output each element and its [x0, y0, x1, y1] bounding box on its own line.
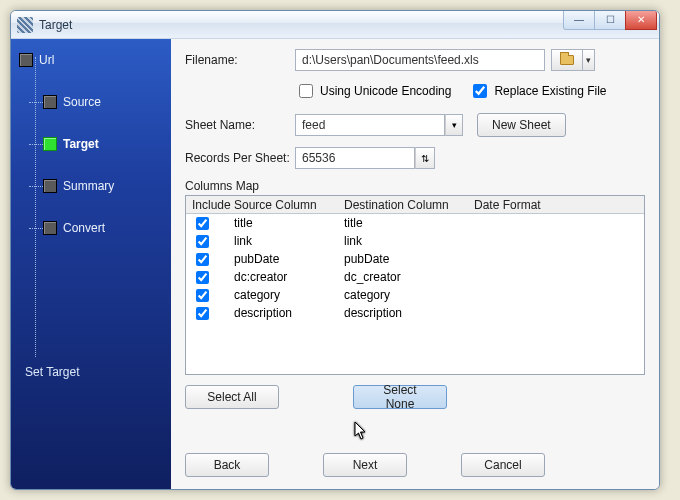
- step-box-icon: [43, 137, 57, 151]
- browse-dropdown[interactable]: ▾: [583, 49, 595, 71]
- sidebar-item-summary[interactable]: Summary: [19, 177, 171, 195]
- table-row[interactable]: categorycategory: [186, 286, 644, 304]
- tree-hline: [29, 228, 43, 229]
- folder-icon: [560, 55, 574, 65]
- records-input[interactable]: [295, 147, 415, 169]
- cell-source: category: [234, 288, 344, 302]
- table-row[interactable]: dc:creatordc_creator: [186, 268, 644, 286]
- col-header-source[interactable]: Source Column: [234, 198, 344, 212]
- table-row[interactable]: linklink: [186, 232, 644, 250]
- sidebar-item-convert[interactable]: Convert: [19, 219, 171, 237]
- col-header-destination[interactable]: Destination Column: [344, 198, 474, 212]
- replace-checkbox[interactable]: Replace Existing File: [469, 81, 606, 101]
- replace-checkbox-label: Replace Existing File: [494, 84, 606, 98]
- cell-source: description: [234, 306, 344, 320]
- columns-grid[interactable]: Include Source Column Destination Column…: [185, 195, 645, 375]
- table-row[interactable]: pubDatepubDate: [186, 250, 644, 268]
- tree-hline: [29, 102, 43, 103]
- cell-source: link: [234, 234, 344, 248]
- browse-button[interactable]: [551, 49, 583, 71]
- cell-destination: pubDate: [344, 252, 474, 266]
- table-row[interactable]: titletitle: [186, 214, 644, 232]
- sidebar-status: Set Target: [25, 365, 79, 379]
- cell-destination: title: [344, 216, 474, 230]
- wizard-sidebar: Url Source Target Summary Convert: [11, 39, 171, 489]
- cancel-button[interactable]: Cancel: [461, 453, 545, 477]
- cell-destination: category: [344, 288, 474, 302]
- close-button[interactable]: ✕: [625, 10, 657, 30]
- sheetname-label: Sheet Name:: [185, 118, 295, 132]
- include-checkbox[interactable]: [196, 307, 209, 320]
- records-label: Records Per Sheet:: [185, 151, 295, 165]
- include-checkbox[interactable]: [196, 271, 209, 284]
- tree-hline: [29, 144, 43, 145]
- cell-source: dc:creator: [234, 270, 344, 284]
- replace-checkbox-input[interactable]: [473, 84, 487, 98]
- step-box-icon: [43, 95, 57, 109]
- include-checkbox[interactable]: [196, 289, 209, 302]
- columns-map-label: Columns Map: [185, 179, 645, 193]
- grid-header: Include Source Column Destination Column…: [186, 196, 644, 214]
- grid-body: titletitlelinklinkpubDatepubDatedc:creat…: [186, 214, 644, 322]
- unicode-checkbox[interactable]: Using Unicode Encoding: [295, 81, 451, 101]
- select-all-button[interactable]: Select All: [185, 385, 279, 409]
- sidebar-item-label: Convert: [63, 221, 105, 235]
- cell-destination: description: [344, 306, 474, 320]
- col-header-dateformat[interactable]: Date Format: [474, 198, 644, 212]
- sidebar-item-label: Url: [39, 53, 54, 67]
- app-window: Target — ☐ ✕ Url Source Target: [10, 10, 660, 490]
- step-box-icon: [19, 53, 33, 67]
- window-title: Target: [39, 18, 72, 32]
- main-panel: Filename: ▾ Using Unicode Encoding Repla…: [171, 39, 659, 489]
- unicode-checkbox-label: Using Unicode Encoding: [320, 84, 451, 98]
- select-none-button[interactable]: Select None: [353, 385, 447, 409]
- unicode-checkbox-input[interactable]: [299, 84, 313, 98]
- sidebar-item-label: Summary: [63, 179, 114, 193]
- records-spinner[interactable]: ⇅: [415, 147, 435, 169]
- client-area: Url Source Target Summary Convert: [11, 39, 659, 489]
- cell-source: title: [234, 216, 344, 230]
- sidebar-item-label: Source: [63, 95, 101, 109]
- filename-input[interactable]: [295, 49, 545, 71]
- include-checkbox[interactable]: [196, 253, 209, 266]
- col-header-include[interactable]: Include: [186, 198, 234, 212]
- sidebar-item-target[interactable]: Target: [19, 135, 171, 153]
- minimize-button[interactable]: —: [563, 10, 595, 30]
- app-icon: [17, 17, 33, 33]
- cell-source: pubDate: [234, 252, 344, 266]
- sheetname-dropdown[interactable]: ▾: [445, 114, 463, 136]
- include-checkbox[interactable]: [196, 235, 209, 248]
- new-sheet-button[interactable]: New Sheet: [477, 113, 566, 137]
- next-button[interactable]: Next: [323, 453, 407, 477]
- step-box-icon: [43, 221, 57, 235]
- sidebar-item-source[interactable]: Source: [19, 93, 171, 111]
- maximize-button[interactable]: ☐: [594, 10, 626, 30]
- cell-destination: link: [344, 234, 474, 248]
- table-row[interactable]: descriptiondescription: [186, 304, 644, 322]
- titlebar[interactable]: Target — ☐ ✕: [11, 11, 659, 39]
- sheetname-combo[interactable]: [295, 114, 445, 136]
- filename-label: Filename:: [185, 53, 295, 67]
- cell-destination: dc_creator: [344, 270, 474, 284]
- sidebar-item-url[interactable]: Url: [19, 51, 171, 69]
- include-checkbox[interactable]: [196, 217, 209, 230]
- sidebar-item-label: Target: [63, 137, 99, 151]
- back-button[interactable]: Back: [185, 453, 269, 477]
- tree-hline: [29, 186, 43, 187]
- step-box-icon: [43, 179, 57, 193]
